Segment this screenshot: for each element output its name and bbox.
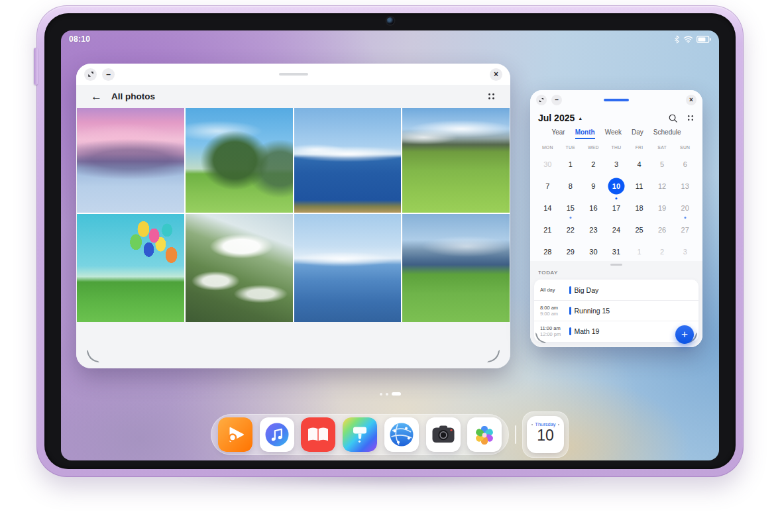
day-cell-23[interactable]: 23 (582, 219, 605, 240)
weekday-sat: SAT (651, 145, 674, 150)
event-color-bar (569, 286, 571, 294)
photo-thumbnail-green-tree-meadow[interactable] (186, 108, 293, 213)
day-cell-3[interactable]: 3 (673, 240, 696, 262)
dock-icon-themes[interactable] (343, 417, 377, 452)
calendar-scale-button[interactable] (536, 95, 547, 105)
photos-drag-handle[interactable] (279, 73, 308, 76)
photos-multiselect-icon[interactable] (487, 92, 496, 101)
calendar-window-titlebar[interactable]: – × (530, 90, 702, 110)
event-row[interactable]: 8:00 am9:00 amRunning 15 (534, 300, 698, 321)
agenda-drag-handle[interactable] (610, 264, 622, 266)
day-cell-15[interactable]: 15 (559, 197, 583, 219)
tab-year[interactable]: Year (551, 129, 565, 139)
day-cell-1[interactable]: 1 (559, 153, 583, 175)
dock-icon-gallery[interactable] (467, 417, 502, 452)
day-cell-13[interactable]: 13 (673, 175, 696, 197)
page-dot-1[interactable] (386, 393, 388, 396)
photos-window-titlebar[interactable]: – × (76, 64, 510, 85)
day-cell-14[interactable]: 14 (536, 197, 559, 219)
day-cell-3[interactable]: 3 (605, 153, 628, 175)
day-cell-2[interactable]: 2 (651, 240, 674, 262)
photo-thumbnail-green-fields-hay-bales[interactable] (402, 108, 510, 213)
photos-close-button[interactable]: × (490, 68, 502, 81)
day-cell-30[interactable]: 30 (536, 153, 559, 175)
page-dot-2[interactable] (392, 392, 401, 396)
day-number: 29 (567, 248, 575, 256)
dock-icon-calendar[interactable]: Thursday 10 (527, 416, 564, 453)
day-cell-2[interactable]: 2 (582, 153, 605, 175)
day-cell-6[interactable]: 6 (673, 153, 696, 175)
photo-thumbnail-ocean-ripples[interactable] (294, 214, 402, 322)
day-cell-10-today[interactable]: 10 (605, 175, 628, 197)
day-cell-20[interactable]: 20 (673, 197, 696, 219)
day-number: 13 (681, 182, 689, 190)
photos-scale-button[interactable] (84, 68, 97, 81)
day-cell-17[interactable]: 17 (605, 197, 628, 219)
tab-schedule[interactable]: Schedule (653, 129, 681, 139)
day-cell-16[interactable]: 16 (582, 197, 605, 219)
day-number: 1 (569, 160, 573, 168)
day-cell-12[interactable]: 12 (651, 175, 674, 197)
page-dot-0[interactable] (380, 393, 382, 396)
day-cell-21[interactable]: 21 (536, 219, 559, 240)
back-arrow-icon[interactable]: ← (91, 90, 102, 103)
photo-thumbnail-blue-sea-horizon[interactable] (294, 108, 402, 213)
day-number: 15 (567, 204, 575, 212)
resize-corner-left-icon[interactable] (87, 350, 99, 362)
dock-icon-camera[interactable] (426, 417, 461, 452)
day-number: 25 (635, 226, 643, 234)
calendar-grid: 3012345678910111213141516171819202122232… (536, 153, 696, 262)
page-background: 08:10 – × (0, 0, 780, 532)
photo-thumbnail-lake-lone-tree-pink-sunset[interactable] (77, 108, 184, 213)
calendar-close-button[interactable]: × (686, 95, 696, 105)
day-cell-19[interactable]: 19 (651, 197, 674, 219)
calendar-multiselect-icon[interactable] (687, 114, 695, 122)
event-row[interactable]: All dayBig Day (534, 280, 698, 300)
dock-icon-music[interactable] (260, 417, 294, 452)
camera-app-icon (426, 417, 461, 452)
day-cell-5[interactable]: 5 (651, 153, 674, 175)
day-cell-26[interactable]: 26 (651, 219, 674, 240)
search-icon[interactable] (668, 113, 678, 123)
day-cell-11[interactable]: 11 (628, 175, 651, 197)
photo-thumbnail-mountain-ridge-wind-turbines[interactable] (186, 214, 293, 322)
day-cell-25[interactable]: 25 (628, 219, 651, 240)
dock-icon-books[interactable] (301, 417, 335, 452)
day-number: 5 (660, 160, 664, 168)
resize-corner-left-icon[interactable] (535, 333, 546, 343)
day-cell-18[interactable]: 18 (628, 197, 651, 219)
photos-minimize-button[interactable]: – (102, 68, 115, 81)
weekday-tue: TUE (559, 145, 583, 150)
tab-day[interactable]: Day (632, 129, 643, 139)
day-cell-29[interactable]: 29 (559, 240, 583, 262)
dock-icon-video[interactable] (218, 417, 252, 452)
photo-thumbnail-green-hill-blue-mountains[interactable] (402, 214, 510, 322)
day-cell-9[interactable]: 9 (582, 175, 605, 197)
day-cell-24[interactable]: 24 (605, 219, 628, 240)
calendar-minimize-button[interactable]: – (551, 95, 562, 105)
day-cell-31[interactable]: 31 (605, 240, 628, 262)
photo-thumbnail-girl-with-colorful-balloons[interactable] (77, 214, 184, 322)
volume-button[interactable] (34, 48, 38, 85)
add-event-button[interactable]: + (675, 325, 694, 344)
day-cell-27[interactable]: 27 (673, 219, 696, 240)
music-app-icon (260, 417, 294, 452)
calendar-view-tabs: YearMonthWeekDaySchedule (530, 129, 702, 139)
battery-icon (696, 36, 711, 43)
day-cell-7[interactable]: 7 (536, 175, 559, 197)
day-cell-22[interactable]: 22 (559, 219, 583, 240)
tab-month[interactable]: Month (575, 129, 595, 139)
day-cell-4[interactable]: 4 (628, 153, 651, 175)
day-cell-1[interactable]: 1 (628, 240, 651, 262)
resize-corner-right-icon[interactable] (487, 350, 500, 362)
day-number: 11 (636, 182, 643, 190)
day-cell-28[interactable]: 28 (536, 240, 559, 262)
month-label[interactable]: Jul 2025 (538, 113, 575, 123)
day-cell-8[interactable]: 8 (559, 175, 583, 197)
calendar-drag-handle[interactable] (604, 99, 629, 101)
day-number: 18 (635, 204, 643, 212)
day-cell-30[interactable]: 30 (582, 240, 605, 262)
tab-week[interactable]: Week (605, 129, 622, 139)
event-row[interactable]: 11:00 am12:00 pmMath 19 (534, 321, 698, 341)
dock-icon-browser[interactable] (384, 417, 419, 452)
